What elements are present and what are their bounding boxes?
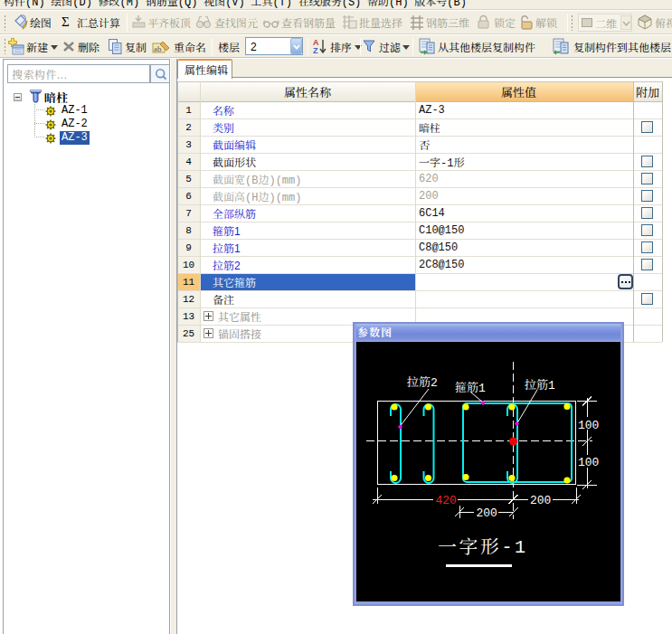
svg-text:Z: Z [313,46,318,55]
svg-text:箍筋1: 箍筋1 [455,378,486,395]
svg-text:200: 200 [477,506,497,520]
svg-text:420: 420 [436,494,457,507]
svg-text:拉筋1: 拉筋1 [525,375,555,393]
svg-text:100: 100 [578,419,599,432]
svg-text:ab: ab [154,44,162,53]
svg-text:拉筋2: 拉筋2 [407,373,438,390]
svg-text:100: 100 [578,456,599,469]
svg-text:一字形-1: 一字形-1 [438,532,528,559]
svg-text:200: 200 [530,494,551,507]
